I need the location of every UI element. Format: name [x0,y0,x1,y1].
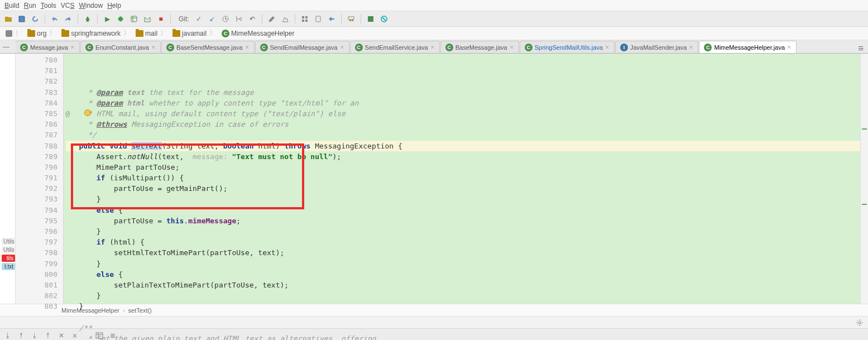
code-line[interactable]: } [66,226,860,237]
tab-close-icon[interactable]: ✕ [430,45,435,50]
redo-icon[interactable] [63,14,73,24]
menu-run[interactable]: Run [24,2,36,9]
folder-icon [61,30,69,37]
editor-tab[interactable]: CEnumConstant.java✕ [80,41,161,53]
code-line[interactable]: } [66,258,860,269]
code-content[interactable]: * @param text the text for the message *… [64,54,860,304]
undo-icon[interactable] [50,14,60,24]
debug-icon[interactable] [116,14,126,24]
editor-tab[interactable]: CMessage.java✕ [16,41,80,53]
code-line[interactable]: public void setText(String text, boolean… [66,141,860,151]
project-file-stub[interactable]: tils [2,255,15,262]
code-line[interactable]: partToUse = getMainPart(); [66,183,860,194]
tab-close-icon[interactable]: ✕ [787,45,792,50]
tab-close-icon[interactable]: ✕ [340,45,344,50]
menu-tools[interactable]: Tools [41,2,56,9]
editor-tab[interactable]: IJavaMailSender.java✕ [615,41,699,53]
code-line[interactable]: */ [66,130,860,140]
code-line[interactable]: if (html) { [66,237,860,247]
struct-icon[interactable] [300,14,310,24]
coverage-icon[interactable] [129,14,139,24]
code-line[interactable]: else { [66,269,860,280]
code-line[interactable]: partToUse = this.mimeMessage; [66,216,860,226]
git-rollback-icon[interactable]: ↶ [247,14,257,24]
hide-tabs-icon[interactable]: — [2,43,10,51]
tab-close-icon[interactable]: ✕ [605,45,610,50]
tab-close-icon[interactable]: ✕ [245,45,250,50]
git-update-icon[interactable]: ↙ [207,14,217,24]
download-icon[interactable]: ⭳ [3,331,12,340]
close-icon[interactable]: ✕ [57,331,66,340]
chevron-right-icon: 〉 [123,28,130,38]
sdk-icon[interactable] [327,14,337,24]
menu-help[interactable]: Help [107,2,121,9]
code-line[interactable]: * @throws MessagingException in case of … [66,119,860,130]
find-action-icon[interactable] [267,14,277,24]
editor-scrollbar[interactable] [860,54,868,304]
project-file-stub[interactable]: t.txt [2,263,15,270]
project-file-stub[interactable]: Utils [2,238,15,245]
git-history-icon[interactable] [234,14,244,24]
run-icon[interactable]: ▶ [102,14,112,24]
code-line[interactable]: if (isMultipart()) { [66,173,860,183]
code-line[interactable]: * HTML mail, using default content type … [66,108,860,119]
upload2-icon[interactable]: ⭱ [44,331,52,340]
code-line[interactable]: setPlainTextToMimePart(partToUse, text); [66,280,860,290]
editor-tab[interactable]: CBaseSendMessage.java✕ [161,41,255,53]
editor-tab[interactable]: CSendEmailMessage.java✕ [255,41,349,53]
breadcrumb-item[interactable]: springframework〉 [59,28,133,38]
git-commit-icon[interactable]: ✓ [194,14,204,24]
breadcrumb-item[interactable]: mail〉 [133,28,170,38]
launch-icon[interactable] [346,14,356,24]
git-compare-icon[interactable] [220,14,231,24]
class-icon: C [260,44,268,51]
code-line[interactable]: * @param text the text for the message [66,87,860,98]
code-line[interactable]: * Set the given plain text and HTML text… [66,333,860,340]
code-line[interactable]: } [66,301,860,312]
open-icon[interactable] [3,14,13,24]
breadcrumb-root[interactable]: 〉 [3,28,25,38]
avd-icon[interactable] [313,14,323,24]
code-line[interactable]: } [66,194,860,204]
profile-icon[interactable] [142,14,152,24]
breadcrumb-item[interactable]: org〉 [25,28,59,38]
tab-close-icon[interactable]: ✕ [510,45,514,50]
menu-vcs[interactable]: VCS [61,2,75,9]
code-line[interactable]: MimePart partToUse; [66,162,860,173]
project-file-stub[interactable]: Utils [2,246,15,253]
no-entry-icon[interactable] [379,14,389,24]
code-editor[interactable]: 780781782783784785@786787788789790791792… [16,54,868,304]
svg-rect-5 [302,20,304,22]
sync-icon[interactable] [30,14,40,24]
menu-window[interactable]: Window [79,2,103,9]
code-line[interactable]: else { [66,205,860,216]
build-icon[interactable] [83,14,93,24]
code-line[interactable]: * @param html whether to apply content t… [66,98,860,108]
xml-icon[interactable] [366,14,376,24]
code-line[interactable]: Assert.notNull(text, message: "Text must… [66,151,860,162]
editor-tab[interactable]: CBaseMessage.java✕ [440,41,519,53]
download2-icon[interactable]: ⭳ [30,331,39,340]
breadcrumb-item[interactable]: CMimeMessageHelper [219,30,296,37]
code-line[interactable]: setHtmlTextToMimePart(partToUse, text); [66,247,860,258]
editor-tab[interactable]: CSendEmailService.java✕ [350,41,440,53]
editor-tab[interactable]: CSpringSendMailUtils.java✕ [520,41,615,53]
tab-close-icon[interactable]: ✕ [151,45,156,50]
save-icon[interactable] [17,14,27,24]
tabs-dropdown-icon[interactable] [856,43,866,53]
svg-rect-13 [6,30,12,37]
stop-icon[interactable]: ■ [156,14,166,24]
code-line[interactable] [66,312,860,323]
settings-icon[interactable] [280,14,290,24]
breadcrumb-item[interactable]: javamail〉 [170,28,219,38]
chevron-right-icon: 〉 [49,28,56,38]
folder-icon [27,30,35,37]
tab-close-icon[interactable]: ✕ [70,45,75,50]
menu-build[interactable]: Build [4,2,20,9]
code-line[interactable]: } [66,290,860,301]
svg-rect-6 [305,20,308,22]
code-line[interactable]: /** [66,323,860,333]
upload-icon[interactable]: ⭱ [17,331,26,340]
tab-close-icon[interactable]: ✕ [689,45,693,50]
editor-tab[interactable]: CMimeMessageHelper.java✕ [699,41,797,53]
